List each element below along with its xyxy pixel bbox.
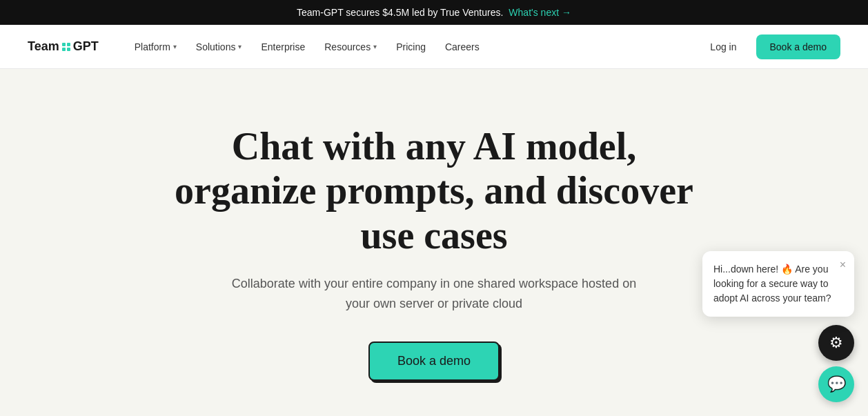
nav-item-pricing[interactable]: Pricing	[388, 36, 434, 58]
banner-link[interactable]: What's next →	[509, 7, 571, 18]
chevron-down-icon: ▾	[238, 43, 241, 50]
banner-text: Team-GPT secures $4.5M led by True Ventu…	[297, 7, 503, 18]
nav-platform-label: Platform	[135, 41, 170, 52]
chat-bubble-button[interactable]: 💬	[818, 366, 854, 402]
nav-resources-label: Resources	[324, 41, 371, 52]
book-demo-nav-button[interactable]: Book a demo	[756, 34, 841, 59]
nav-item-solutions[interactable]: Solutions ▾	[188, 36, 250, 58]
chat-popup-text: Hi...down here! 🔥 Are you looking for a …	[713, 262, 843, 306]
chat-avatar[interactable]: ⚙	[818, 325, 854, 361]
nav-links: Platform ▾ Solutions ▾ Enterprise Resour…	[126, 36, 700, 58]
navbar: Team GPT Platform ▾ Solutions ▾ Enterpri…	[0, 25, 868, 69]
nav-item-platform[interactable]: Platform ▾	[126, 36, 185, 58]
logo-team: Team	[28, 39, 59, 54]
nav-item-careers[interactable]: Careers	[437, 36, 488, 58]
nav-item-enterprise[interactable]: Enterprise	[253, 36, 313, 58]
chevron-down-icon: ▾	[173, 43, 177, 50]
logo-icon	[62, 43, 70, 51]
chevron-down-icon: ▾	[373, 43, 377, 50]
hero-subtitle: Collaborate with your entire company in …	[227, 274, 641, 314]
nav-actions: Log in Book a demo	[699, 34, 840, 59]
chat-popup: × Hi...down here! 🔥 Are you looking for …	[702, 251, 854, 317]
logo[interactable]: Team GPT	[28, 39, 99, 54]
chat-avatar-icon: ⚙	[829, 334, 843, 352]
hero-title: Chat with any AI model, organize prompts…	[165, 124, 703, 257]
nav-enterprise-label: Enterprise	[261, 41, 305, 52]
announcement-banner: Team-GPT secures $4.5M led by True Ventu…	[0, 0, 868, 25]
chat-widget: × Hi...down here! 🔥 Are you looking for …	[702, 251, 854, 402]
close-icon[interactable]: ×	[840, 257, 846, 273]
nav-careers-label: Careers	[445, 41, 480, 52]
nav-solutions-label: Solutions	[196, 41, 236, 52]
logo-gpt: GPT	[73, 39, 99, 54]
login-button[interactable]: Log in	[699, 36, 747, 58]
chat-bubble-icon: 💬	[827, 375, 846, 393]
nav-pricing-label: Pricing	[396, 41, 426, 52]
book-demo-hero-button[interactable]: Book a demo	[368, 341, 500, 381]
nav-item-resources[interactable]: Resources ▾	[316, 36, 385, 58]
